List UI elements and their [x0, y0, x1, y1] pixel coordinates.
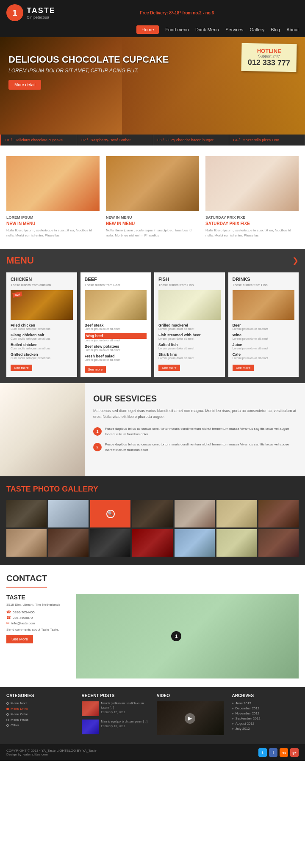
nav-drink-menu[interactable]: Drink Menu [195, 27, 219, 32]
nav-food-menu[interactable]: Food menu [165, 27, 189, 32]
contact-inner: TASTE 3518 Elm, Utrecht, The Netherlands… [6, 594, 299, 678]
menu-see-more-fish[interactable]: See more [158, 365, 180, 371]
hotline-label: HOTLINE [248, 47, 290, 55]
navigation: Home Food menu Drink Menu Services Galle… [0, 25, 305, 37]
nav-about[interactable]: About [286, 27, 299, 32]
rss-button[interactable]: rss [280, 748, 288, 757]
nav-services[interactable]: Services [225, 27, 243, 32]
featured-item-1: LOREM IPSUM NEW IN MENU Nulla libero ips… [6, 156, 100, 238]
menu-item-name: Boiled chicken [11, 343, 73, 347]
menu-item: Giang chicken salt Cum sociis natoque pe… [11, 333, 73, 340]
menu-item-name: Fish steamed with beer [158, 333, 221, 337]
featured-image-2 [106, 156, 199, 211]
services-image [0, 383, 85, 476]
featured-item-2: NEW IN MENU NEW IN MENU Nulla libero ips… [106, 156, 199, 238]
menu-item-name: Juice [233, 343, 295, 347]
menu-item: Salted fish Lorem ipsum dolor sit amet [158, 343, 221, 350]
menu-see-more-chicken[interactable]: See more [11, 365, 32, 371]
footer-video: VIDEO ▶ [157, 693, 224, 738]
menu-item: Juice Lorem ipsum dolor sit amet [233, 343, 295, 350]
archive-link[interactable]: September 2012 [232, 717, 299, 720]
menu-item-name: Beef steak [85, 323, 147, 327]
featured-section: LOREM IPSUM NEW IN MENU Nulla libero ips… [0, 146, 305, 249]
footer-link[interactable]: Menu Fruits [6, 718, 73, 722]
menu-col-drinks: DRINKS These dishes from Fish Beer Lorem… [228, 272, 299, 377]
gallery-item-search[interactable]: 🔍 [90, 500, 130, 527]
contact-address: 3518 Elm, Utrecht, The Netherlands [6, 603, 70, 607]
nav-gallery[interactable]: Gallery [250, 27, 264, 32]
footer-link[interactable]: Menu Cake [6, 712, 73, 716]
menu-item-name-highlight: Wag beef [85, 333, 147, 339]
gallery-item[interactable] [216, 500, 257, 527]
hero-tab-3[interactable]: 03 / Juicy cheddar bacon burger [153, 135, 229, 146]
twitter-button[interactable]: t [258, 748, 267, 757]
menu-item-desc: Cum sociis natoque penatibus [11, 337, 73, 340]
menu-grid: CHICKEN These dishes from chicken sale F… [6, 272, 299, 377]
archive-link[interactable]: June 2013 [232, 701, 299, 705]
archive-link[interactable]: August 2012 [232, 722, 299, 725]
featured-item-3: SATURDAY PRIX FIXE SATURDAY PRIX FIXE Nu… [205, 156, 299, 238]
menu-item-desc: Lorem ipsum dolor sit amet [85, 358, 147, 361]
hero-tab-num-1: 01 / [6, 138, 12, 142]
menu-next-arrow[interactable]: ❯ [292, 256, 299, 265]
play-button[interactable]: ▶ [185, 713, 195, 724]
gallery-item[interactable] [175, 500, 215, 527]
archive-link[interactable]: December 2012 [232, 706, 299, 710]
nav-home[interactable]: Home [136, 25, 159, 34]
hotline-badge: HOTLINE Support 24/7 012 333 777 [241, 43, 297, 72]
hero-more-detail-button[interactable]: More detail [8, 80, 41, 90]
contact-logo: TASTE [6, 594, 70, 601]
archive-link[interactable]: November 2012 [232, 711, 299, 715]
menu-item-desc: Lorem ipsum dolor sit amet [85, 327, 147, 330]
menu-item-name: Fresh beef salad [85, 354, 147, 358]
menu-see-more-beef[interactable]: See more [85, 366, 106, 373]
gallery-item[interactable] [48, 500, 89, 527]
gallery-item[interactable] [216, 529, 257, 557]
hero-tab-4[interactable]: 04 / Mozzarella pizza One [229, 135, 305, 146]
hero-tab-2[interactable]: 02 / Raspberry-Rosé Sorbet [77, 135, 153, 146]
featured-desc-2: Nulla libero ipsum , scelerisque in susc… [106, 228, 199, 238]
menu-item-name: Beef stew potatoes [85, 344, 147, 349]
services-section: OUR SESVICES Maecenas sed diam eget risu… [0, 383, 305, 476]
gallery-item[interactable] [175, 529, 215, 557]
social-links: t f rss g+ [258, 748, 299, 757]
hero-tab-1[interactable]: 01 / Delicious chocolate cupcake [0, 135, 77, 146]
facebook-button[interactable]: f [269, 748, 277, 757]
footer-link[interactable]: Other [6, 723, 73, 727]
footer-categories-title: CATEGORIES [6, 693, 73, 698]
dot-icon [6, 719, 9, 721]
menu-item-desc: Lorem ipsum dolor sit amet [233, 347, 295, 350]
footer-link[interactable]: Menu Drink [6, 707, 73, 711]
menu-item-desc: Lorem ipsum dolor sit amet [233, 357, 295, 360]
featured-image-3 [205, 156, 299, 211]
gallery-item[interactable] [6, 529, 47, 557]
dot-icon [6, 724, 9, 727]
menu-item-desc: Cum sociis natoque penatibus [11, 357, 73, 360]
featured-label-3: SATURDAY PRIX FIXE [205, 215, 299, 220]
gplus-button[interactable]: g+ [290, 748, 299, 757]
footer-archives: ARCHIVES June 2013 December 2012 Novembe… [232, 693, 299, 738]
footer-link[interactable]: Menu food [6, 701, 73, 705]
dot-icon [6, 713, 9, 716]
recent-post-image-1 [82, 701, 99, 716]
gallery-item[interactable] [132, 500, 172, 527]
menu-item-desc: Lorem ipsum dolor sit amet [158, 327, 221, 330]
archive-link[interactable]: July 2012 [232, 727, 299, 731]
nav-blog[interactable]: Blog [271, 27, 280, 32]
contact-send-text: Send comments about Taste Taste. [6, 628, 70, 632]
map-marker: 1 [171, 631, 181, 641]
menu-item: Fried chicken Cum sociis natoque penatib… [11, 323, 73, 330]
menu-see-more-drinks[interactable]: See more [233, 365, 254, 371]
recent-post-content-2: Mauris eget porta dictum ipsum [ . ] Feb… [101, 720, 147, 734]
recent-post-1: Mauris pretium metus dictaksum ipsum [ .… [82, 701, 149, 716]
copyright-text: COPYRIGHT © 2013 • YA_Taste LIGHTBLOG BY… [6, 749, 97, 753]
menu-item: Shark fins Lorem ipsum dolor sit amet [158, 352, 221, 360]
gallery-item[interactable] [258, 529, 299, 557]
gallery-item[interactable] [48, 529, 89, 557]
gallery-item[interactable] [132, 529, 172, 557]
featured-desc-1: Nulla libero ipsum , scelerisque in susc… [6, 228, 100, 238]
gallery-item[interactable] [90, 529, 130, 557]
gallery-item[interactable] [258, 500, 299, 527]
contact-see-more-button[interactable]: See More [6, 635, 33, 643]
gallery-item[interactable] [6, 500, 47, 527]
